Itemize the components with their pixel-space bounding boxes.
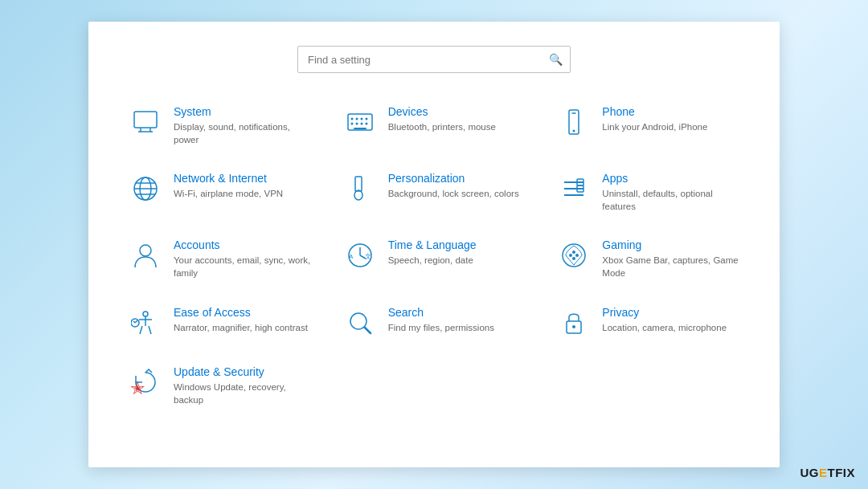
- brush-icon: [343, 172, 377, 206]
- svg-point-38: [575, 254, 579, 257]
- settings-item-search[interactable]: Search Find my files, permissions: [335, 296, 534, 349]
- settings-desc-search: Find my files, permissions: [388, 321, 494, 334]
- search-icon: [343, 306, 377, 340]
- settings-title-time: Time & Language: [388, 238, 477, 251]
- svg-rect-22: [355, 177, 362, 191]
- svg-line-44: [135, 320, 137, 323]
- svg-point-48: [572, 325, 575, 328]
- svg-point-45: [350, 313, 366, 329]
- settings-item-phone[interactable]: Phone Link your Android, iPhone: [549, 96, 747, 156]
- settings-item-gaming[interactable]: Gaming Xbox Game Bar, captures, Game Mod…: [549, 229, 747, 289]
- settings-text-personalization: Personalization Background, lock screen,…: [388, 172, 519, 200]
- settings-title-ease: Ease of Access: [174, 306, 308, 319]
- ugetfix-logo: UGETFIX: [800, 466, 855, 479]
- search-bar-container: 🔍: [297, 46, 571, 73]
- settings-title-system: System: [174, 105, 311, 118]
- settings-desc-gaming: Xbox Game Bar, captures, Game Mode: [602, 254, 739, 279]
- svg-point-16: [573, 130, 575, 132]
- globe-icon: [129, 172, 162, 206]
- svg-point-23: [354, 190, 362, 200]
- clock-icon: A文: [343, 238, 377, 272]
- settings-title-privacy: Privacy: [602, 306, 727, 319]
- settings-text-devices: Devices Bluetooth, printers, mouse: [388, 105, 496, 133]
- settings-title-personalization: Personalization: [388, 172, 519, 185]
- search-input[interactable]: [297, 46, 571, 73]
- settings-item-devices[interactable]: Devices Bluetooth, printers, mouse: [335, 96, 534, 156]
- settings-desc-time: Speech, region, date: [388, 254, 477, 267]
- person-icon: [129, 238, 162, 272]
- settings-grid: System Display, sound, notifications, po…: [121, 96, 747, 416]
- settings-desc-accounts: Your accounts, email, sync, work, family: [174, 254, 311, 279]
- settings-title-apps: Apps: [602, 172, 739, 185]
- settings-window: 🔍 System Display, sound, notifications, …: [88, 22, 780, 467]
- svg-point-39: [572, 251, 575, 254]
- apps-icon: [557, 172, 591, 206]
- settings-title-network: Network & Internet: [174, 172, 283, 185]
- settings-desc-ease: Narrator, magnifier, high contrast: [174, 321, 308, 334]
- settings-text-gaming: Gaming Xbox Game Bar, captures, Game Mod…: [602, 238, 739, 279]
- settings-item-update[interactable]: ✭ Update & Security Windows Update, reco…: [121, 356, 319, 416]
- settings-title-accounts: Accounts: [174, 238, 311, 251]
- settings-text-system: System Display, sound, notifications, po…: [174, 105, 311, 146]
- settings-text-phone: Phone Link your Android, iPhone: [602, 105, 707, 133]
- settings-desc-privacy: Location, camera, microphone: [602, 321, 727, 334]
- settings-title-devices: Devices: [388, 105, 496, 118]
- accessibility-icon: [129, 306, 162, 340]
- settings-text-apps: Apps Uninstall, defaults, optional featu…: [602, 172, 739, 213]
- settings-desc-update: Windows Update, recovery, backup: [174, 381, 311, 406]
- update-icon: ✭: [129, 365, 162, 399]
- settings-text-network: Network & Internet Wi-Fi, airplane mode,…: [174, 172, 283, 200]
- settings-item-ease[interactable]: Ease of Access Narrator, magnifier, high…: [121, 296, 319, 349]
- settings-text-time: Time & Language Speech, region, date: [388, 238, 477, 267]
- settings-title-search: Search: [388, 306, 494, 319]
- monitor-icon: [129, 105, 162, 139]
- svg-text:A: A: [349, 253, 354, 260]
- settings-title-gaming: Gaming: [602, 238, 739, 251]
- svg-line-43: [133, 321, 135, 323]
- svg-text:文: 文: [365, 253, 371, 260]
- phone-icon: [557, 105, 591, 139]
- svg-point-30: [140, 245, 151, 256]
- settings-text-search: Search Find my files, permissions: [388, 306, 494, 334]
- settings-item-system[interactable]: System Display, sound, notifications, po…: [121, 96, 319, 156]
- settings-item-apps[interactable]: Apps Uninstall, defaults, optional featu…: [549, 162, 747, 222]
- settings-desc-network: Wi-Fi, airplane mode, VPN: [174, 187, 283, 200]
- settings-desc-system: Display, sound, notifications, power: [174, 120, 311, 146]
- xbox-icon: [557, 238, 591, 272]
- settings-item-privacy[interactable]: Privacy Location, camera, microphone: [549, 296, 747, 349]
- settings-title-phone: Phone: [602, 105, 707, 118]
- settings-item-time[interactable]: A文 Time & Language Speech, region, date: [335, 229, 534, 289]
- settings-text-ease: Ease of Access Narrator, magnifier, high…: [174, 306, 308, 334]
- settings-item-accounts[interactable]: Accounts Your accounts, email, sync, wor…: [121, 229, 319, 289]
- settings-item-personalization[interactable]: Personalization Background, lock screen,…: [335, 162, 534, 222]
- svg-point-41: [143, 312, 148, 316]
- star-badge-overlay: ✭: [130, 380, 145, 397]
- svg-rect-0: [134, 112, 157, 128]
- settings-text-privacy: Privacy Location, camera, microphone: [602, 306, 727, 334]
- svg-line-46: [365, 328, 371, 333]
- svg-point-37: [569, 254, 572, 257]
- search-icon: 🔍: [549, 53, 563, 66]
- settings-text-accounts: Accounts Your accounts, email, sync, wor…: [174, 238, 311, 279]
- settings-title-update: Update & Security: [174, 365, 311, 378]
- settings-desc-phone: Link your Android, iPhone: [602, 120, 707, 133]
- lock-icon: [557, 306, 591, 340]
- svg-point-40: [572, 257, 575, 260]
- settings-item-network[interactable]: Network & Internet Wi-Fi, airplane mode,…: [121, 162, 319, 222]
- keyboard-icon: [343, 105, 377, 139]
- settings-desc-personalization: Background, lock screen, colors: [388, 187, 519, 200]
- settings-desc-devices: Bluetooth, printers, mouse: [388, 120, 496, 133]
- settings-desc-apps: Uninstall, defaults, optional features: [602, 187, 739, 213]
- settings-text-update: Update & Security Windows Update, recove…: [174, 365, 311, 406]
